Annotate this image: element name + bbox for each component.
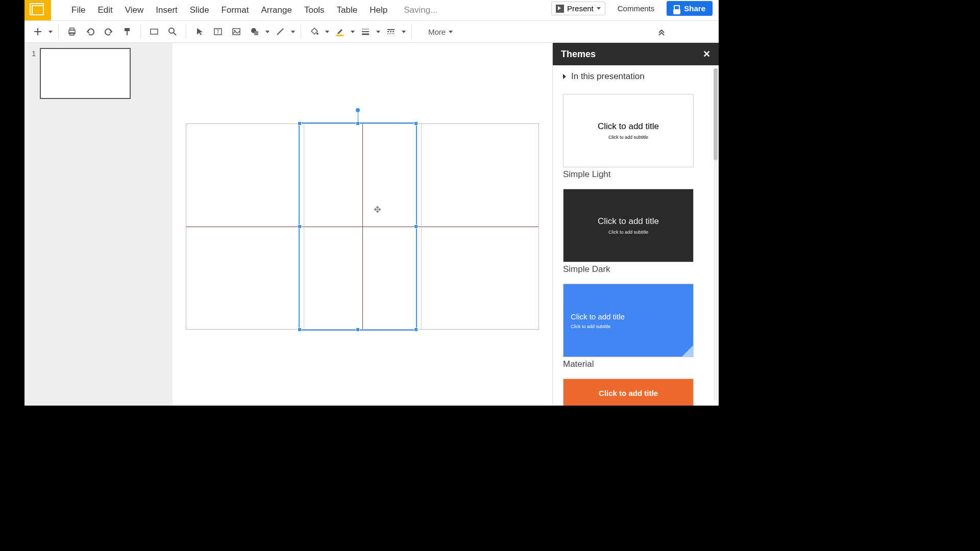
more-button[interactable]: More xyxy=(423,28,458,36)
resize-handle-n[interactable] xyxy=(356,121,360,126)
save-status: Saving... xyxy=(404,5,437,15)
paint-format-button[interactable] xyxy=(119,23,135,40)
undo-button[interactable] xyxy=(82,23,99,40)
menu-view[interactable]: View xyxy=(119,1,150,19)
theme-preview-subtitle: Click to add subtitle xyxy=(608,135,648,140)
present-button[interactable]: Present xyxy=(551,2,605,15)
line-button[interactable] xyxy=(272,23,288,40)
svg-rect-6 xyxy=(127,31,128,35)
svg-rect-3 xyxy=(70,28,74,30)
menu-format[interactable]: Format xyxy=(215,1,255,19)
svg-point-18 xyxy=(316,33,318,35)
slide-thumb-item[interactable]: 1 xyxy=(24,48,173,99)
new-slide-dropdown[interactable] xyxy=(48,31,53,33)
svg-line-17 xyxy=(277,29,283,35)
separator xyxy=(411,24,412,39)
new-slide-button[interactable] xyxy=(30,23,46,40)
menu-tools[interactable]: Tools xyxy=(298,1,331,19)
menu-insert[interactable]: Insert xyxy=(150,1,184,19)
theme-preview: Click to add title xyxy=(563,379,694,406)
move-cursor-icon: ✥ xyxy=(374,204,381,215)
separator xyxy=(301,24,301,39)
slide-thumbnail[interactable] xyxy=(40,48,131,99)
shape-dropdown[interactable] xyxy=(265,31,270,33)
line-dropdown[interactable] xyxy=(290,31,296,33)
themes-title: Themes xyxy=(561,49,596,60)
fill-color-button[interactable] xyxy=(306,23,323,40)
border-weight-dropdown[interactable] xyxy=(376,31,381,33)
border-dash-dropdown[interactable] xyxy=(401,31,406,33)
lock-icon xyxy=(674,5,680,12)
rotation-handle[interactable] xyxy=(356,108,360,112)
separator xyxy=(140,24,141,39)
menu-edit[interactable]: Edit xyxy=(91,1,118,19)
menu-arrange[interactable]: Arrange xyxy=(255,1,298,19)
share-button[interactable]: Share xyxy=(667,1,713,16)
theme-name-label: Simple Dark xyxy=(563,264,694,274)
resize-handle-s[interactable] xyxy=(356,328,360,332)
textbox-button[interactable]: T xyxy=(210,23,226,40)
menu-file[interactable]: File xyxy=(65,1,91,19)
app-logo[interactable] xyxy=(24,0,51,20)
resize-handle-w[interactable] xyxy=(298,224,302,229)
table-column-divider xyxy=(421,124,422,329)
selection-box[interactable] xyxy=(299,122,417,331)
image-button[interactable] xyxy=(228,23,244,40)
collapse-toolbar-button[interactable] xyxy=(653,23,670,40)
print-button[interactable] xyxy=(64,23,80,40)
comments-button[interactable]: Comments xyxy=(614,2,659,15)
themes-header: Themes ✕ xyxy=(553,43,719,65)
border-color-dropdown[interactable] xyxy=(350,31,355,33)
app-window: File Edit View Insert Slide Format Arran… xyxy=(24,0,719,406)
separator xyxy=(58,24,59,39)
resize-handle-nw[interactable] xyxy=(298,121,302,126)
close-icon[interactable]: ✕ xyxy=(703,48,710,60)
chevron-down-icon xyxy=(597,7,601,10)
resize-handle-se[interactable] xyxy=(414,328,418,332)
header-actions: Present Comments Share xyxy=(551,1,713,16)
border-color-button[interactable] xyxy=(332,23,348,40)
menu-slide[interactable]: Slide xyxy=(184,1,215,19)
fit-button[interactable] xyxy=(146,23,162,40)
present-label: Present xyxy=(567,4,594,13)
theme-simple-light[interactable]: Click to add title Click to add subtitle… xyxy=(563,94,694,180)
border-dash-button[interactable] xyxy=(383,23,399,40)
resize-handle-ne[interactable] xyxy=(414,121,418,126)
select-tool-button[interactable] xyxy=(191,23,208,40)
border-weight-button[interactable] xyxy=(357,23,374,40)
shape-button[interactable] xyxy=(247,23,263,40)
slide-number: 1 xyxy=(32,49,36,58)
letterbox-right xyxy=(719,0,980,551)
workspace: 1 ✥ xyxy=(24,43,719,406)
redo-button[interactable] xyxy=(101,23,117,40)
menu-table[interactable]: Table xyxy=(331,1,364,19)
letterbox-left xyxy=(0,0,24,551)
menu-items: File Edit View Insert Slide Format Arran… xyxy=(65,1,394,19)
separator xyxy=(186,24,186,39)
fill-dropdown[interactable] xyxy=(325,31,330,33)
theme-preview: Click to add title Click to add subtitle xyxy=(563,284,694,357)
scrollbar-thumb[interactable] xyxy=(714,68,718,160)
more-label: More xyxy=(428,28,446,36)
resize-handle-sw[interactable] xyxy=(298,328,302,332)
theme-preview-title: Click to add title xyxy=(598,216,659,227)
svg-text:T: T xyxy=(216,29,219,35)
theme-simple-dark[interactable]: Click to add title Click to add subtitle… xyxy=(563,189,694,274)
svg-point-14 xyxy=(234,30,236,32)
theme-name-label: Material xyxy=(563,359,694,369)
theme-preview-title: Click to add title xyxy=(599,389,658,397)
theme-material[interactable]: Click to add title Click to add subtitle… xyxy=(563,284,694,369)
svg-line-9 xyxy=(174,33,176,35)
zoom-button[interactable] xyxy=(164,23,181,40)
share-label: Share xyxy=(684,4,705,13)
play-icon xyxy=(556,5,564,13)
resize-handle-e[interactable] xyxy=(414,224,418,229)
canvas-area[interactable]: ✥ xyxy=(173,43,552,406)
theme-orange[interactable]: Click to add title xyxy=(563,379,694,406)
theme-preview-title: Click to add title xyxy=(571,312,625,321)
in-presentation-toggle[interactable]: In this presentation xyxy=(563,71,708,82)
slide-panel: 1 xyxy=(24,43,173,406)
menu-help[interactable]: Help xyxy=(363,1,394,19)
theme-name-label: Simple Light xyxy=(563,169,694,180)
svg-rect-19 xyxy=(336,35,344,36)
